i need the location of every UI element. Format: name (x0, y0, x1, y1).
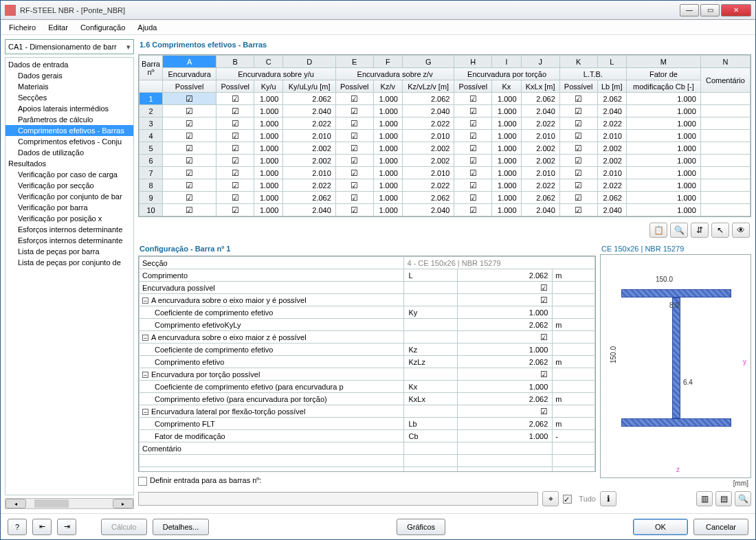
tree-comp-conj[interactable]: Comprimentos efetivos - Conju (5, 136, 133, 147)
detalhes-button[interactable]: Detalhes... (153, 519, 210, 535)
view1-icon[interactable]: ▥ (696, 491, 713, 506)
tree-dados-util[interactable]: Dados de utilização (5, 147, 133, 158)
next-button[interactable]: ⇥ (57, 519, 76, 535)
menu-config[interactable]: Configuração (75, 21, 131, 34)
ok-button[interactable]: OK (633, 519, 688, 535)
graficos-button[interactable]: Gráficos (397, 519, 445, 535)
table-row[interactable]: 51.0002.0021.0002.0021.0002.0022.0021.00… (140, 142, 751, 155)
define-input[interactable] (138, 492, 538, 506)
preview-title: CE 150x26 | NBR 15279 (600, 243, 751, 254)
table-row[interactable]: 91.0002.0621.0002.0621.0002.0622.0621.00… (140, 192, 751, 204)
check-icon[interactable] (540, 284, 548, 292)
cancel-button[interactable]: Cancelar (693, 519, 748, 535)
tree-ver-pos[interactable]: Verificação por posição x (5, 213, 133, 224)
cfg-title: Configuração - Barra nº 1 (138, 243, 596, 256)
menu-ficheiro[interactable]: Ficheiro (3, 21, 41, 34)
tree-ver-seccao[interactable]: Verificação por secção (5, 180, 133, 191)
tree-comp-barras[interactable]: Comprimentos efetivos - Barras (5, 125, 133, 136)
maximize-button[interactable]: ▭ (700, 4, 720, 16)
table-row[interactable]: 31.0002.0221.0002.0221.0002.0222.0221.00… (140, 117, 751, 130)
tool-copy-icon[interactable]: 📋 (649, 223, 667, 238)
table-row[interactable]: 71.0002.0101.0002.0101.0002.0102.0101.00… (140, 167, 751, 179)
close-button[interactable]: ✕ (721, 4, 751, 16)
app-icon (5, 5, 16, 16)
zoom-icon[interactable]: 🔍 (735, 491, 751, 506)
tree-ver-conj[interactable]: Verificação por conjunto de bar (5, 191, 133, 202)
tree-ver-carga[interactable]: Verificação por caso de carga (5, 169, 133, 180)
table-row[interactable]: 61.0002.0021.0002.0021.0002.0022.0021.00… (140, 155, 751, 167)
tudo-checkbox: ✓ (563, 495, 572, 504)
tool-pointer-icon[interactable]: ↖ (711, 223, 729, 238)
app-window: RF-STEEL NBR - [Ponte_NBR] — ▭ ✕ Ficheir… (0, 0, 756, 540)
window-title: RF-STEEL NBR - [Ponte_NBR] (20, 6, 680, 14)
cfg-grid[interactable]: Secção4 - CE 150x26 | NBR 15279 Comprime… (138, 256, 596, 472)
main-grid[interactable]: Barranº A B C D E F G H I J K L M (138, 54, 751, 217)
pane-title: 1.6 Comprimentos efetivos - Barras (138, 39, 751, 52)
tree-seccoes[interactable]: Secções (5, 92, 133, 103)
pick-icon[interactable]: ⌖ (542, 491, 559, 506)
tree-root-entrada[interactable]: Dados de entrada (5, 59, 133, 70)
minimize-button[interactable]: — (680, 4, 699, 16)
tool-sort-icon[interactable]: ⇵ (691, 223, 709, 238)
tool-filter-icon[interactable]: 🔍 (670, 223, 688, 238)
tree-lista-conj[interactable]: Lista de peças por conjunto de (5, 257, 133, 268)
tree-materiais[interactable]: Materiais (5, 81, 133, 92)
info-icon[interactable]: ℹ (600, 491, 616, 506)
tree-hscroll[interactable]: ◂▸ (5, 498, 134, 509)
col-barra: Barranº (140, 56, 163, 80)
tree-apoios[interactable]: Apoios laterais intermédios (5, 103, 133, 114)
table-row[interactable]: 11.0002.0621.0002.0621.0002.0622.0621.00… (140, 93, 751, 105)
tree-lista-barra[interactable]: Lista de peças por barra (5, 246, 133, 257)
tree-esf1[interactable]: Esforços internos determinante (5, 224, 133, 235)
table-row[interactable]: 81.0002.0221.0002.0221.0002.0222.0221.00… (140, 179, 751, 192)
view2-icon[interactable]: ▤ (715, 491, 732, 506)
nav-tree[interactable]: Dados de entrada Dados gerais Materiais … (5, 57, 134, 495)
table-row[interactable]: 21.0002.0401.0002.0401.0002.0402.0401.00… (140, 105, 751, 117)
footer: ? ⇤ ⇥ Cálculo Detalhes... Gráficos OK Ca… (1, 513, 755, 539)
menu-ajuda[interactable]: Ajuda (132, 21, 162, 34)
table-row[interactable]: 41.0002.0101.0002.0101.0002.0102.0101.00… (140, 130, 751, 142)
calc-button[interactable]: Cálculo (101, 519, 147, 535)
preview-unit: [mm] (600, 478, 751, 488)
help-button[interactable]: ? (8, 519, 27, 535)
tree-dados-gerais[interactable]: Dados gerais (5, 70, 133, 81)
tree-root-resultados[interactable]: Resultados (5, 158, 133, 169)
titlebar: RF-STEEL NBR - [Ponte_NBR] — ▭ ✕ (1, 1, 755, 20)
define-checkbox[interactable] (138, 477, 147, 486)
menu-editar[interactable]: Editar (43, 21, 74, 34)
grid-toolbar: 📋 🔍 ⇵ ↖ 👁 (138, 220, 751, 240)
section-preview: CE 150x26 | NBR 15279 150.0 150.0 8.0 6.… (600, 243, 751, 509)
tree-ver-barra[interactable]: Verificação por barra (5, 202, 133, 213)
preview-canvas: 150.0 150.0 8.0 6.4 y z (600, 254, 751, 478)
case-combo[interactable]: CA1 - Dimensionamento de barr (5, 39, 134, 54)
table-row[interactable]: 101.0002.0401.0002.0401.0002.0402.0401.0… (140, 204, 751, 216)
tool-eye-icon[interactable]: 👁 (732, 223, 750, 238)
tree-parametros[interactable]: Parâmetros de cálculo (5, 114, 133, 125)
menubar: Ficheiro Editar Configuração Ajuda (1, 20, 755, 35)
prev-button[interactable]: ⇤ (32, 519, 52, 535)
tree-esf2[interactable]: Esforços internos determinante (5, 235, 133, 246)
